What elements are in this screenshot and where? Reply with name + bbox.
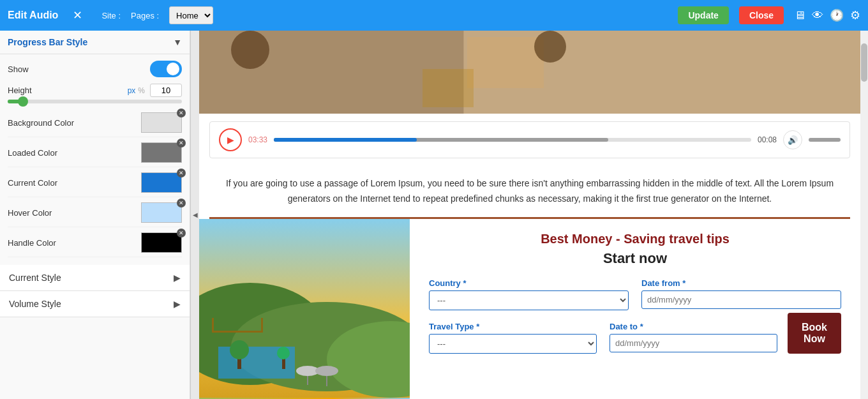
country-group: Country * --- <box>429 278 629 310</box>
lorem-section: If you are going to use a passage of Lor… <box>199 166 860 217</box>
close-button[interactable]: Close <box>739 6 784 24</box>
loaded-color-x[interactable]: ✕ <box>177 139 186 147</box>
hover-color-row: Hover Color ✕ <box>8 199 182 227</box>
lorem-text: If you are going to use a passage of Lor… <box>225 176 835 207</box>
site-label: Site : <box>101 11 121 20</box>
svg-rect-3 <box>467 37 544 88</box>
top-image <box>199 31 860 114</box>
progress-bar[interactable] <box>274 138 751 142</box>
current-color-row: Current Color ✕ <box>8 169 182 197</box>
time-current: 03:33 <box>248 135 267 144</box>
travel-image-svg <box>199 219 410 398</box>
form-bottom: Travel Type * --- Date to * BookNow <box>429 313 841 354</box>
travel-type-group: Travel Type * --- <box>429 322 597 354</box>
height-unit-px[interactable]: px <box>128 86 136 95</box>
travel-title: Best Money - Saving travel tips <box>429 232 841 246</box>
current-style-section[interactable]: Current Style ▶ <box>0 265 190 291</box>
svg-rect-17 <box>261 318 263 333</box>
handle-color-x[interactable]: ✕ <box>177 229 186 237</box>
background-color-swatch[interactable] <box>141 112 182 133</box>
volume-style-arrow: ▶ <box>174 299 181 309</box>
travel-image <box>199 219 410 399</box>
date-from-input[interactable] <box>641 290 841 309</box>
pages-label: Pages : <box>131 11 159 20</box>
date-to-label: Date to * <box>610 322 777 331</box>
handle-color-swatch-wrap: ✕ <box>141 232 182 253</box>
scrollbar-thumb[interactable] <box>861 43 867 82</box>
loaded-color-swatch[interactable] <box>141 142 182 163</box>
country-label: Country * <box>429 278 629 288</box>
loaded-color-swatch-wrap: ✕ <box>141 142 182 163</box>
volume-button[interactable]: 🔊 <box>783 130 802 149</box>
current-color-swatch-wrap: ✕ <box>141 172 182 193</box>
height-label: Height <box>8 86 128 95</box>
height-range-track <box>8 100 182 103</box>
edit-audio-title: Edit Audio <box>8 10 58 21</box>
date-from-label: Date from * <box>641 278 841 288</box>
current-color-swatch[interactable] <box>141 172 182 193</box>
hover-color-swatch[interactable] <box>141 202 182 223</box>
svg-point-21 <box>315 366 338 376</box>
content-area: ▶ 03:33 00:08 🔊 If you are going to use … <box>199 31 860 399</box>
progress-bar-style-title: Progress Bar Style <box>8 37 87 47</box>
progress-bar-current <box>274 138 417 142</box>
svg-point-12 <box>230 340 249 359</box>
handle-color-row: Handle Color ✕ <box>8 229 182 257</box>
progress-bar-style-header[interactable]: Progress Bar Style ▼ <box>0 31 190 54</box>
handle-color-swatch[interactable] <box>141 232 182 253</box>
top-bar: Edit Audio ✕ Site : Pages : Home Update … <box>0 0 868 31</box>
volume-style-title: Volume Style <box>9 299 61 309</box>
travel-type-label: Travel Type * <box>429 322 597 331</box>
show-toggle[interactable] <box>150 61 182 77</box>
volume-bar[interactable] <box>809 138 841 142</box>
background-color-swatch-wrap: ✕ <box>141 112 182 133</box>
top-bar-icons: 🖥 👁 🕐 ⚙ <box>794 8 860 22</box>
top-bar-x-button[interactable]: ✕ <box>68 6 86 24</box>
form-bottom-fields: Travel Type * --- Date to * <box>429 322 777 354</box>
hover-color-swatch-wrap: ✕ <box>141 202 182 223</box>
travel-subtitle: Start now <box>429 250 841 267</box>
eye-icon[interactable]: 👁 <box>812 9 823 22</box>
volume-style-section[interactable]: Volume Style ▶ <box>0 291 190 317</box>
pages-select[interactable]: Home <box>169 6 213 24</box>
top-image-svg <box>199 31 860 114</box>
time-total: 00:08 <box>758 135 777 144</box>
country-select[interactable]: --- <box>429 290 629 310</box>
svg-point-2 <box>231 31 269 69</box>
hover-color-label: Hover Color <box>8 208 52 218</box>
show-row: Show <box>8 61 182 77</box>
current-style-title: Current Style <box>9 273 61 283</box>
play-button[interactable]: ▶ <box>219 128 242 151</box>
travel-type-select[interactable]: --- <box>429 334 597 354</box>
height-range-thumb[interactable] <box>18 96 28 107</box>
audio-player: ▶ 03:33 00:08 🔊 <box>209 121 850 158</box>
book-now-button[interactable]: BookNow <box>788 313 841 354</box>
handle-color-label: Handle Color <box>8 238 56 248</box>
sidebar: Progress Bar Style ▼ Show Height px % 10 <box>0 31 190 399</box>
svg-rect-16 <box>212 318 214 333</box>
show-label: Show <box>8 64 150 74</box>
svg-rect-5 <box>423 69 474 107</box>
svg-point-4 <box>534 31 566 63</box>
height-input[interactable]: 10 <box>150 84 182 97</box>
height-unit-pct[interactable]: % <box>138 86 145 95</box>
hover-color-x[interactable]: ✕ <box>177 199 186 207</box>
loaded-color-label: Loaded Color <box>8 148 57 158</box>
height-row: Height px % 10 <box>8 84 182 103</box>
svg-rect-15 <box>212 331 263 333</box>
background-color-x[interactable]: ✕ <box>177 109 186 117</box>
background-color-label: Background Color <box>8 118 74 128</box>
form-grid-top: Country * --- Date from * <box>429 278 841 310</box>
current-color-x[interactable]: ✕ <box>177 169 186 177</box>
toggle-slider <box>150 61 182 77</box>
travel-form: Best Money - Saving travel tips Start no… <box>410 219 860 399</box>
sitemap-icon[interactable]: ⚙ <box>850 8 860 22</box>
date-to-group: Date to * <box>610 322 777 354</box>
desktop-icon[interactable]: 🖥 <box>794 9 805 22</box>
date-to-input[interactable] <box>610 334 777 352</box>
sidebar-collapse-handle[interactable]: ◀ <box>190 31 199 399</box>
history-icon[interactable]: 🕐 <box>830 8 844 22</box>
scrollbar-area <box>860 31 868 399</box>
update-button[interactable]: Update <box>678 6 728 24</box>
progress-bar-style-arrow: ▼ <box>173 37 182 47</box>
